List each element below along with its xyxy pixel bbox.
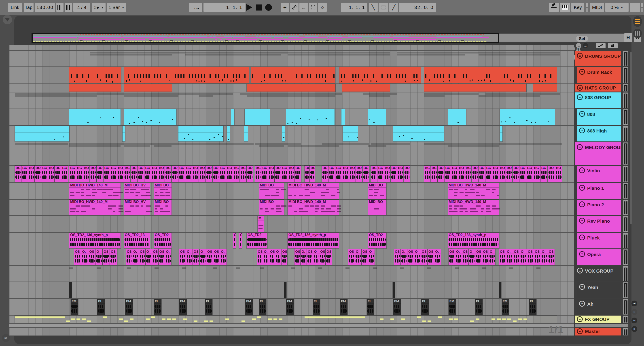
play-from-start-marker[interactable] bbox=[24, 55, 28, 59]
track-header-g808[interactable]: ≡808 GROUP bbox=[575, 92, 621, 108]
follow-button[interactable]: →‥ bbox=[189, 3, 202, 12]
stop-button[interactable] bbox=[256, 5, 262, 11]
meter-bar bbox=[624, 185, 626, 198]
disclosure-triangle-icon[interactable]: ▼ bbox=[579, 167, 585, 173]
track-header-violin[interactable]: ▼Violin bbox=[577, 166, 621, 182]
track-header-revpiano[interactable]: ▼Rev Piano bbox=[577, 216, 621, 232]
vertical-bars-icon bbox=[635, 31, 636, 36]
cpu-meter[interactable]: 0 %▼ bbox=[605, 3, 628, 12]
link-button[interactable]: Link bbox=[8, 3, 22, 12]
bar-minor-tick bbox=[70, 52, 71, 52]
track-name: 808 High bbox=[587, 128, 607, 141]
group-fold-icon[interactable]: ≡ bbox=[577, 268, 583, 273]
track-meter bbox=[623, 126, 628, 141]
key-map-button[interactable]: Key bbox=[571, 3, 584, 12]
group-fold-icon[interactable]: ≡ bbox=[577, 53, 583, 59]
optimize-height-button[interactable]: H bbox=[624, 33, 632, 42]
meter-bar bbox=[624, 284, 626, 297]
group-fold-icon[interactable]: ≡ bbox=[577, 85, 583, 91]
midi-indicator bbox=[630, 3, 640, 12]
show-browser-button[interactable] bbox=[3, 15, 12, 25]
track-header-piano1[interactable]: ▼Piano 1 bbox=[577, 183, 621, 199]
time-signature-field[interactable]: 4 / 4 bbox=[73, 3, 90, 12]
arrangement-overview[interactable] bbox=[32, 34, 626, 42]
disclosure-triangle-icon[interactable]: ▼ bbox=[579, 235, 585, 240]
disclosure-triangle-icon[interactable]: ▼ bbox=[579, 201, 585, 207]
group-fold-icon[interactable]: ≡ bbox=[577, 94, 583, 100]
disclosure-triangle-icon[interactable]: ▼ bbox=[579, 284, 585, 290]
disclosure-triangle-icon[interactable]: ▼ bbox=[579, 218, 585, 224]
midi-map-button[interactable]: MIDI bbox=[590, 3, 604, 12]
bar-number: 65 bbox=[466, 47, 472, 52]
tempo-field[interactable]: 130.00 bbox=[35, 3, 55, 12]
track-header-yeah[interactable]: ▼Yeah bbox=[577, 282, 621, 298]
loop-button[interactable] bbox=[378, 3, 388, 12]
track-header-t808high[interactable]: ▼808 High bbox=[577, 126, 621, 141]
track-header-pluck[interactable]: ▼Pluck bbox=[577, 233, 621, 248]
loop-length-field[interactable]: 82. 0. 0 bbox=[399, 3, 436, 12]
track-header-piano2[interactable]: ▼Piano 2 bbox=[577, 200, 621, 215]
computer-midi-keyboard-button[interactable] bbox=[560, 3, 570, 12]
ableton-live-window: Link Tap 130.00 4 / 4 ○●▼ 1 Bar▼ →‥ 1. 1… bbox=[0, 0, 644, 346]
meter-peak bbox=[624, 85, 628, 86]
re-enable-automation-button[interactable]: ← bbox=[300, 3, 308, 12]
loop-icon bbox=[381, 6, 386, 10]
split-button-right-bottom[interactable] bbox=[641, 8, 643, 12]
show-clip-detail-button[interactable] bbox=[633, 16, 642, 27]
group-fold-icon[interactable]: ≡ bbox=[577, 316, 583, 322]
track-header-opera[interactable]: ▼Opera bbox=[577, 249, 621, 265]
disclosure-triangle-icon[interactable]: ▼ bbox=[579, 69, 585, 75]
nudge-up-button[interactable] bbox=[65, 3, 72, 12]
group-fold-icon[interactable]: ≡ bbox=[577, 144, 583, 150]
play-icon[interactable]: ▶ bbox=[577, 328, 583, 334]
track-scrollbar[interactable] bbox=[630, 52, 632, 224]
bar-ruler[interactable]: 159131721252933374145495357616569737781 bbox=[23, 46, 589, 54]
track-header-fx_group[interactable]: ≡FX GROUP bbox=[575, 315, 621, 323]
loop-start-field[interactable]: 1. 1. 1 bbox=[341, 3, 368, 12]
tap-tempo-button[interactable]: Tap bbox=[24, 3, 34, 12]
draw-pen-button[interactable] bbox=[549, 3, 559, 12]
scrub-area[interactable] bbox=[23, 55, 588, 60]
disclosure-triangle-icon[interactable]: ▼ bbox=[579, 128, 585, 133]
capture-selection-button[interactable] bbox=[309, 3, 317, 12]
metronome-button[interactable]: ○●▼ bbox=[92, 3, 106, 12]
disclosure-triangle-icon[interactable]: ▼ bbox=[579, 185, 585, 191]
bar-number: 69 bbox=[494, 47, 499, 52]
split-button-right-top[interactable] bbox=[641, 3, 643, 7]
mixer-section-button-m[interactable]: M bbox=[632, 317, 637, 323]
disclosure-triangle-icon[interactable]: ▼ bbox=[579, 111, 585, 117]
bar-minor-tick bbox=[274, 52, 275, 52]
nudge-down-button[interactable] bbox=[56, 3, 64, 12]
mixer-section-button-io[interactable]: I·O bbox=[632, 300, 637, 306]
arrangement-position-field[interactable]: 1. 1. 1 bbox=[204, 3, 246, 12]
show-devices-button[interactable] bbox=[633, 29, 642, 38]
new-midi-button[interactable]: + bbox=[281, 3, 289, 12]
quantize-menu[interactable]: 1 Bar▼ bbox=[107, 3, 126, 12]
draw-mode-button[interactable]: ○ bbox=[318, 3, 327, 12]
split-button-top[interactable] bbox=[586, 3, 588, 7]
set-button[interactable]: Set bbox=[576, 36, 588, 42]
track-header-ah[interactable]: ▼Ah bbox=[577, 299, 621, 315]
automation-arm-button[interactable] bbox=[290, 3, 298, 12]
track-header-hats_group[interactable]: ≡HATS GROUP bbox=[575, 84, 621, 92]
mixer-section-button-d[interactable]: D bbox=[632, 326, 637, 332]
disclosure-triangle-icon[interactable]: ▼ bbox=[579, 301, 585, 307]
track-header-drums_group[interactable]: ≡DRUMS GROUP bbox=[575, 51, 621, 66]
show-mixer-button[interactable]: ≈ bbox=[2, 334, 10, 342]
track-meter bbox=[623, 299, 628, 315]
punch-in-button[interactable]: ╲ bbox=[369, 3, 378, 12]
split-button-bottom[interactable] bbox=[586, 8, 588, 12]
bar-tick bbox=[220, 48, 220, 50]
meter-peak bbox=[624, 143, 628, 144]
track-header-master[interactable]: ▶Master bbox=[575, 328, 621, 335]
track-header-drum_rack[interactable]: ▼Drum Rack bbox=[577, 67, 621, 83]
track-header-vox_group[interactable]: ≡VOX GROUP bbox=[575, 266, 621, 281]
overview-zoom-selection[interactable] bbox=[32, 33, 499, 43]
play-button[interactable] bbox=[246, 4, 252, 11]
punch-out-button[interactable]: ╱ bbox=[389, 3, 398, 12]
record-button[interactable] bbox=[265, 4, 272, 11]
mixer-section-button-r[interactable]: R bbox=[632, 309, 637, 315]
track-header-melody_group[interactable]: ≡MELODY GROUP bbox=[575, 142, 621, 165]
track-header-t808[interactable]: ▼808 bbox=[577, 109, 621, 125]
disclosure-triangle-icon[interactable]: ▼ bbox=[579, 251, 585, 257]
